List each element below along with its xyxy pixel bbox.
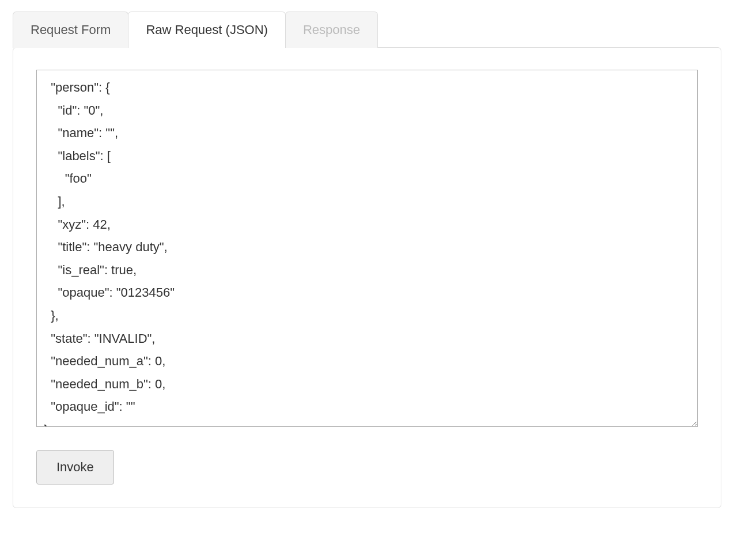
- tab-bar: Request Form Raw Request (JSON) Response: [13, 12, 721, 48]
- tab-raw-request[interactable]: Raw Request (JSON): [128, 12, 286, 48]
- invoke-button[interactable]: Invoke: [36, 450, 114, 485]
- tab-response: Response: [285, 12, 378, 48]
- tab-request-form[interactable]: Request Form: [13, 12, 128, 48]
- raw-json-textarea[interactable]: [36, 70, 698, 427]
- tab-content-raw-request: Invoke: [13, 47, 721, 508]
- main-container: Request Form Raw Request (JSON) Response…: [13, 12, 721, 508]
